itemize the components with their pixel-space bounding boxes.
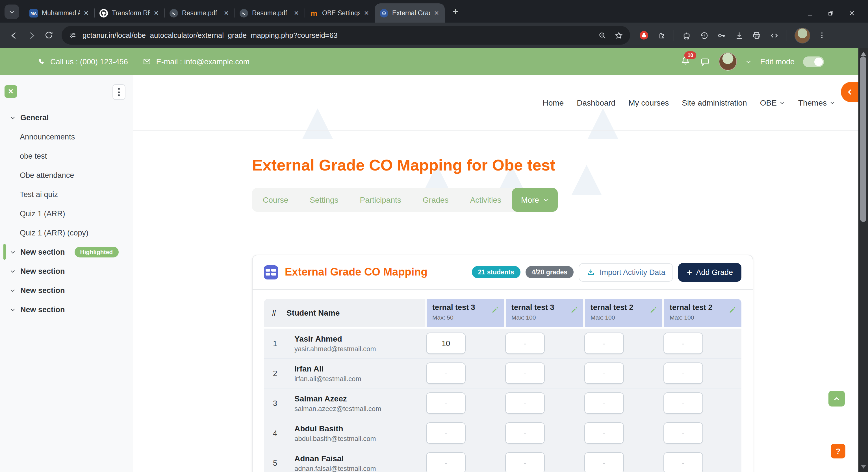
course-tab-more[interactable]: More — [512, 188, 558, 212]
browser-tab-4[interactable]: Resume.pdf✕ — [235, 3, 305, 23]
scrollbar-thumb[interactable] — [860, 57, 866, 222]
browser-tab-2[interactable]: Transform README in✕ — [94, 3, 164, 23]
print-icon[interactable] — [752, 30, 762, 40]
grade-input[interactable] — [426, 452, 466, 472]
messages-icon[interactable] — [700, 56, 710, 67]
grade-input[interactable] — [584, 393, 624, 414]
sidebar-item-general[interactable]: General — [0, 108, 133, 127]
user-avatar[interactable] — [719, 53, 737, 71]
grade-input[interactable] — [505, 422, 545, 444]
sidebar-item-obe-test[interactable]: obe test — [0, 146, 133, 165]
tab-close-icon[interactable]: ✕ — [222, 9, 230, 17]
grade-input[interactable] — [663, 363, 703, 384]
grade-input[interactable] — [505, 452, 545, 472]
nav-my-courses[interactable]: My courses — [628, 98, 669, 107]
import-activity-data-button[interactable]: Import Activity Data — [579, 263, 673, 281]
edit-pencil-icon[interactable] — [570, 306, 578, 314]
downloads-icon[interactable] — [734, 30, 744, 40]
grade-input[interactable] — [663, 452, 703, 472]
edit-pencil-icon[interactable] — [491, 306, 499, 314]
passwords-key-icon[interactable] — [717, 30, 727, 40]
tab-search-button[interactable] — [4, 4, 19, 19]
code-devtools-icon[interactable] — [769, 30, 779, 40]
sidebar-item-quiz-1-arr-copy-[interactable]: Quiz 1 (ARR) (copy) — [0, 223, 133, 242]
grade-input[interactable] — [584, 333, 624, 354]
browser-tab-1[interactable]: MAMuhammed Aflah - Re✕ — [24, 3, 94, 23]
adblock-extension-icon[interactable] — [639, 30, 649, 41]
url-text[interactable]: gctanur.in/local/obe_autocalculator/exte… — [83, 31, 594, 39]
nav-obe[interactable]: OBE — [760, 98, 785, 107]
site-settings-icon[interactable] — [68, 31, 77, 39]
tab-label: Course — [263, 195, 288, 204]
tab-close-icon[interactable]: ✕ — [432, 9, 441, 17]
sidebar-item-new-section[interactable]: New section — [0, 300, 133, 319]
minimize-icon[interactable] — [806, 10, 814, 17]
grade-input[interactable] — [426, 363, 466, 384]
course-tab-activities[interactable]: Activities — [459, 195, 512, 204]
course-tab-participants[interactable]: Participants — [349, 195, 412, 204]
page-scrollbar[interactable] — [858, 48, 868, 472]
nav-home[interactable]: Home — [542, 98, 564, 107]
course-tab-grades[interactable]: Grades — [412, 195, 459, 204]
bookmark-star-icon[interactable] — [610, 27, 627, 43]
grade-input[interactable] — [426, 333, 466, 354]
sidebar-item-new-section[interactable]: New section — [0, 280, 133, 300]
add-grade-button[interactable]: + Add Grade — [678, 263, 741, 281]
new-tab-button[interactable]: + — [448, 4, 463, 19]
back-button[interactable] — [6, 27, 22, 43]
grade-input[interactable] — [663, 333, 703, 354]
nav-themes[interactable]: Themes — [798, 98, 835, 107]
history-icon[interactable] — [699, 30, 709, 40]
forward-button[interactable] — [23, 27, 39, 43]
grade-input[interactable] — [505, 393, 545, 414]
tab-close-icon[interactable]: ✕ — [152, 9, 160, 17]
grade-input[interactable] — [505, 363, 545, 384]
open-block-drawer-button[interactable] — [841, 82, 858, 102]
sidebar-item-new-section[interactable]: New section — [0, 261, 133, 280]
sidebar-item-announcements[interactable]: Announcements — [0, 127, 133, 146]
grade-input[interactable] — [426, 422, 466, 444]
scrollbar-up-arrow[interactable] — [860, 52, 866, 56]
tab-close-icon[interactable]: ✕ — [292, 9, 301, 17]
extensions-puzzle-icon[interactable] — [657, 31, 666, 40]
browser-tab-6[interactable]: External Grade CO Ma✕ — [375, 3, 445, 23]
tab-close-icon[interactable]: ✕ — [362, 9, 371, 17]
automation-extension-icon[interactable] — [682, 30, 692, 40]
student-email: irfan.ali@testmail.com — [294, 375, 425, 382]
course-tab-settings[interactable]: Settings — [299, 195, 349, 204]
edit-pencil-icon[interactable] — [728, 306, 736, 314]
sidebar-item-quiz-1-arr-[interactable]: Quiz 1 (ARR) — [0, 204, 133, 223]
grade-input[interactable] — [663, 422, 703, 444]
nav-dashboard[interactable]: Dashboard — [577, 98, 615, 107]
scrollbar-down-arrow[interactable] — [860, 465, 866, 469]
user-menu-caret-icon[interactable] — [745, 59, 752, 65]
reload-button[interactable] — [41, 27, 57, 43]
restore-icon[interactable] — [827, 10, 835, 17]
grade-input[interactable] — [584, 422, 624, 444]
nav-site-administration[interactable]: Site administration — [682, 98, 747, 107]
sidebar-item-test-ai-quiz[interactable]: Test ai quiz — [0, 184, 133, 204]
close-window-icon[interactable] — [848, 10, 856, 17]
close-drawer-button[interactable]: ✕ — [4, 85, 17, 98]
grade-input[interactable] — [426, 393, 466, 414]
grade-input[interactable] — [584, 452, 624, 472]
notifications-button[interactable]: 10 — [680, 55, 691, 68]
zoom-icon[interactable] — [594, 27, 610, 43]
edit-mode-toggle[interactable] — [803, 56, 824, 67]
sidebar-item-obe-attendance[interactable]: Obe attendance — [0, 165, 133, 184]
browser-tab-5[interactable]: mOBE Settings for BCA✕ — [305, 3, 375, 23]
browser-tab-3[interactable]: Resume.pdf✕ — [164, 3, 235, 23]
scroll-to-top-button[interactable] — [829, 391, 845, 406]
course-tab-course[interactable]: Course — [252, 195, 299, 204]
drawer-kebab-menu[interactable] — [113, 84, 125, 100]
address-bar[interactable]: gctanur.in/local/obe_autocalculator/exte… — [62, 26, 630, 44]
edit-pencil-icon[interactable] — [649, 306, 657, 314]
browser-profile-avatar[interactable] — [795, 27, 810, 43]
grade-input[interactable] — [663, 393, 703, 414]
sidebar-item-new-section[interactable]: New sectionHighlighted — [0, 242, 133, 261]
grade-input[interactable] — [584, 363, 624, 384]
help-button[interactable]: ? — [831, 444, 845, 459]
tab-close-icon[interactable]: ✕ — [82, 9, 90, 17]
browser-menu-kebab-icon[interactable] — [818, 31, 826, 39]
grade-input[interactable] — [505, 333, 545, 354]
